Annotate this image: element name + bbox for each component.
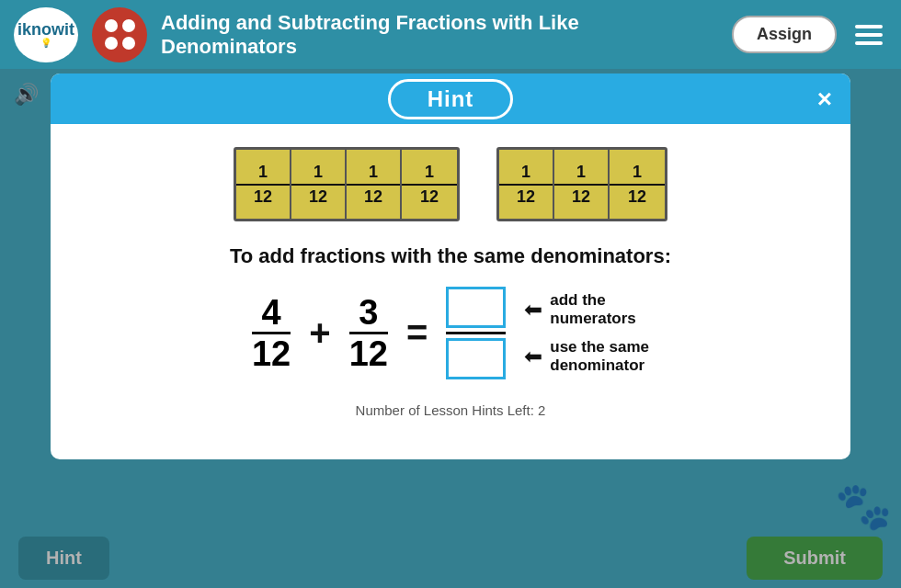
menu-line-1: [855, 25, 883, 28]
modal-header: Hint ×: [51, 74, 850, 124]
tile-den: 12: [309, 186, 327, 207]
fraction-2: 3 12: [349, 295, 388, 371]
result-fraction-line: [446, 332, 506, 334]
tile-den: 12: [420, 186, 439, 207]
tile-den: 12: [254, 186, 272, 207]
hint-modal: Hint × 1 12 1 12: [51, 74, 850, 459]
menu-button[interactable]: [850, 20, 887, 50]
tile-group-1: 1 12 1 12 1 12 1 12: [234, 147, 460, 221]
arrow-1-icon: ⬅: [524, 297, 542, 322]
menu-line-2: [855, 33, 883, 37]
tile-num: 1: [236, 163, 290, 186]
tile-2-3: 1 12: [610, 150, 665, 219]
arrow-row-2: ⬅ use the samedenominator: [524, 338, 649, 376]
equals-sign: =: [406, 312, 428, 354]
fraction-2-numerator: 3: [359, 295, 378, 330]
dot1: [105, 19, 118, 32]
dot3: [105, 37, 118, 50]
plus-operator: +: [309, 312, 330, 354]
tile-num: 1: [291, 163, 345, 186]
tile-den: 12: [572, 186, 590, 207]
tile-num: 1: [554, 163, 608, 186]
tile-1-4: 1 12: [402, 150, 457, 219]
tile-den: 12: [628, 186, 646, 207]
menu-line-3: [855, 41, 883, 45]
page-title: Adding and Subtracting Fractions with Li…: [161, 11, 579, 58]
tile-num: 1: [402, 163, 457, 186]
assign-button[interactable]: Assign: [732, 16, 837, 53]
tile-den: 12: [364, 186, 382, 207]
arrow-row-1: ⬅ add thenumerators: [524, 291, 649, 329]
numerator-blank-box[interactable]: [446, 287, 506, 328]
logo-bulb: 💡: [40, 38, 51, 48]
logo: iknowit 💡: [14, 7, 78, 62]
hint-instruction: To add fractions with the same denominat…: [230, 244, 671, 268]
equation-row: 4 12 + 3 12 =: [252, 287, 649, 379]
arrow-1-label: add thenumerators: [550, 291, 636, 329]
modal-body: 1 12 1 12 1 12 1 12: [51, 124, 850, 436]
fraction-1-denominator: 12: [252, 336, 291, 371]
tile-den: 12: [517, 186, 535, 207]
tile-1-1: 1 12: [236, 150, 291, 219]
tile-group-2: 1 12 1 12 1 12: [496, 147, 667, 221]
fraction-tiles-row: 1 12 1 12 1 12 1 12: [234, 147, 667, 221]
arrow-2-icon: ⬅: [524, 344, 542, 369]
tile-2-1: 1 12: [499, 150, 554, 219]
fraction-2-denominator: 12: [349, 336, 388, 371]
fraction-1-numerator: 4: [262, 295, 281, 330]
tile-num: 1: [610, 163, 665, 186]
tile-num: 1: [499, 163, 553, 186]
denominator-blank-box[interactable]: [446, 338, 506, 379]
app-header: iknowit 💡 Adding and Subtracting Fractio…: [0, 0, 901, 69]
modal-overlay: Hint × 1 12 1 12: [0, 69, 901, 588]
dot2: [122, 19, 135, 32]
logo-text: iknowit: [17, 21, 74, 38]
tile-num: 1: [347, 163, 400, 186]
main-area: 🔊 Hint Submit 🐾 Hint ×: [0, 69, 901, 588]
tile-1-2: 1 12: [291, 150, 347, 219]
logo-area: iknowit 💡: [14, 7, 78, 62]
activity-dots: [105, 19, 135, 50]
result-fraction: [446, 287, 506, 379]
tile-2-2: 1 12: [554, 150, 610, 219]
modal-title-wrapper: Hint: [388, 79, 514, 119]
arrows-column: ⬅ add thenumerators ⬅ use the samedenomi…: [524, 291, 649, 376]
activity-icon: [92, 7, 147, 62]
modal-title: Hint: [428, 86, 474, 111]
modal-close-button[interactable]: ×: [817, 86, 832, 112]
fraction-1: 4 12: [252, 295, 291, 371]
title-area: Adding and Subtracting Fractions with Li…: [161, 11, 718, 59]
dot4: [122, 37, 135, 50]
hint-count: Number of Lesson Hints Left: 2: [356, 402, 546, 418]
arrow-2-label: use the samedenominator: [550, 338, 649, 376]
tile-1-3: 1 12: [347, 150, 402, 219]
